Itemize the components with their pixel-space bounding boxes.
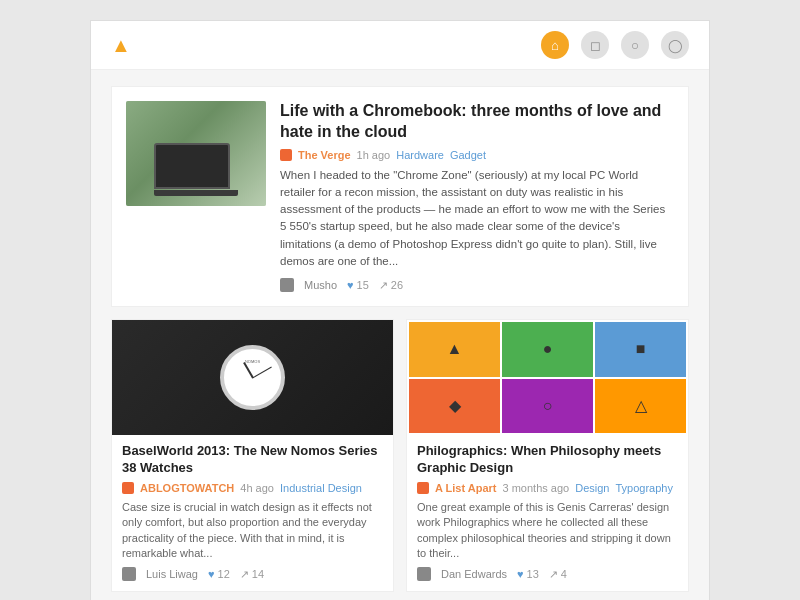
philo-cell-5: ○ bbox=[502, 379, 593, 434]
philo-meta-row: A List Apart 3 months ago Design Typogra… bbox=[417, 482, 678, 494]
watch-shares-count: 14 bbox=[252, 568, 264, 580]
philo-article-card: ▲ ● ■ ◆ ○ △ Philographics: When Philosop… bbox=[406, 319, 689, 592]
philo-shares: ↗ 4 bbox=[549, 568, 567, 581]
user-nav-button[interactable]: ◯ bbox=[661, 31, 689, 59]
watch-time: 4h ago bbox=[240, 482, 274, 494]
philo-heart-icon: ♥ bbox=[517, 568, 524, 580]
watch-article-image: NOMOS bbox=[112, 320, 393, 435]
watch-minute-hand bbox=[252, 366, 272, 378]
featured-article-image bbox=[126, 101, 266, 206]
philo-cell-6: △ bbox=[595, 379, 686, 434]
featured-article-title[interactable]: Life with a Chromebook: three months of … bbox=[280, 101, 674, 143]
philo-article-title[interactable]: Philographics: When Philosophy meets Gra… bbox=[417, 443, 678, 477]
featured-tag1[interactable]: Hardware bbox=[396, 149, 444, 161]
nav-icons: ⌂ ◻ ○ ◯ bbox=[541, 31, 689, 59]
featured-likes-count: 15 bbox=[357, 279, 369, 291]
watch-source-badge bbox=[122, 482, 134, 494]
two-col-grid: NOMOS BaselWorld 2013: The New Nomos Ser… bbox=[111, 319, 689, 592]
philo-tag2[interactable]: Typography bbox=[615, 482, 672, 494]
bookmark-nav-button[interactable]: ◻ bbox=[581, 31, 609, 59]
logo-icon[interactable]: ▲ bbox=[111, 34, 131, 57]
top-nav: ▲ ⌂ ◻ ○ ◯ bbox=[91, 21, 709, 70]
watch-article-title[interactable]: BaselWorld 2013: The New Nomos Series 38… bbox=[122, 443, 383, 477]
home-nav-button[interactable]: ⌂ bbox=[541, 31, 569, 59]
watch-heart-icon: ♥ bbox=[208, 568, 215, 580]
featured-likes: ♥ 15 bbox=[347, 279, 369, 291]
featured-author-name: Musho bbox=[304, 279, 337, 291]
philo-author-name: Dan Edwards bbox=[441, 568, 507, 580]
featured-shares-count: 26 bbox=[391, 279, 403, 291]
featured-shares: ↗ 26 bbox=[379, 279, 403, 292]
philo-likes: ♥ 13 bbox=[517, 568, 539, 580]
watch-source-name[interactable]: ABLOGTOWATCH bbox=[140, 482, 234, 494]
featured-source-name[interactable]: The Verge bbox=[298, 149, 351, 161]
featured-article-footer: Musho ♥ 15 ↗ 26 bbox=[280, 278, 674, 292]
search-nav-button[interactable]: ○ bbox=[621, 31, 649, 59]
philo-cell-1: ▲ bbox=[409, 322, 500, 377]
philo-cell-4: ◆ bbox=[409, 379, 500, 434]
watch-face-icon: NOMOS bbox=[220, 345, 285, 410]
philo-share-icon: ↗ bbox=[549, 568, 558, 581]
laptop-base-icon bbox=[154, 190, 238, 196]
featured-tag2[interactable]: Gadget bbox=[450, 149, 486, 161]
content-area: Life with a Chromebook: three months of … bbox=[91, 70, 709, 600]
heart-icon: ♥ bbox=[347, 279, 354, 291]
watch-shares: ↗ 14 bbox=[240, 568, 264, 581]
philo-footer: Dan Edwards ♥ 13 ↗ 4 bbox=[417, 567, 678, 581]
philo-time: 3 months ago bbox=[503, 482, 570, 494]
watch-article-card: NOMOS BaselWorld 2013: The New Nomos Ser… bbox=[111, 319, 394, 592]
featured-author-avatar bbox=[280, 278, 294, 292]
philo-article-image: ▲ ● ■ ◆ ○ △ bbox=[407, 320, 688, 435]
philo-article-body: Philographics: When Philosophy meets Gra… bbox=[407, 443, 688, 581]
philo-likes-count: 13 bbox=[527, 568, 539, 580]
watch-meta-row: ABLOGTOWATCH 4h ago Industrial Design bbox=[122, 482, 383, 494]
watch-brand-label: NOMOS bbox=[245, 359, 260, 364]
philo-cell-3: ■ bbox=[595, 322, 686, 377]
philo-source-name[interactable]: A List Apart bbox=[435, 482, 497, 494]
watch-likes: ♥ 12 bbox=[208, 568, 230, 580]
watch-author-avatar bbox=[122, 567, 136, 581]
watch-tag[interactable]: Industrial Design bbox=[280, 482, 362, 494]
page-wrapper: ▲ ⌂ ◻ ○ ◯ Life with a Chromebook: three … bbox=[90, 20, 710, 600]
philo-author-avatar bbox=[417, 567, 431, 581]
philo-source-badge bbox=[417, 482, 429, 494]
watch-footer: Luis Liwag ♥ 12 ↗ 14 bbox=[122, 567, 383, 581]
watch-likes-count: 12 bbox=[218, 568, 230, 580]
featured-source-badge bbox=[280, 149, 292, 161]
philo-cell-2: ● bbox=[502, 322, 593, 377]
featured-article-content: Life with a Chromebook: three months of … bbox=[280, 101, 674, 292]
watch-author-name: Luis Liwag bbox=[146, 568, 198, 580]
featured-meta-row: The Verge 1h ago Hardware Gadget bbox=[280, 149, 674, 161]
watch-body-text: Case size is crucial in watch design as … bbox=[122, 500, 383, 562]
watch-share-icon: ↗ bbox=[240, 568, 249, 581]
featured-article-body: When I headed to the "Chrome Zone" (seri… bbox=[280, 167, 674, 271]
featured-article: Life with a Chromebook: three months of … bbox=[111, 86, 689, 307]
watch-article-body: BaselWorld 2013: The New Nomos Series 38… bbox=[112, 443, 393, 581]
philo-body-text: One great example of this is Genis Carre… bbox=[417, 500, 678, 562]
philo-tag1[interactable]: Design bbox=[575, 482, 609, 494]
philo-shares-count: 4 bbox=[561, 568, 567, 580]
featured-time: 1h ago bbox=[357, 149, 391, 161]
laptop-screen-icon bbox=[154, 143, 230, 189]
share-icon: ↗ bbox=[379, 279, 388, 292]
